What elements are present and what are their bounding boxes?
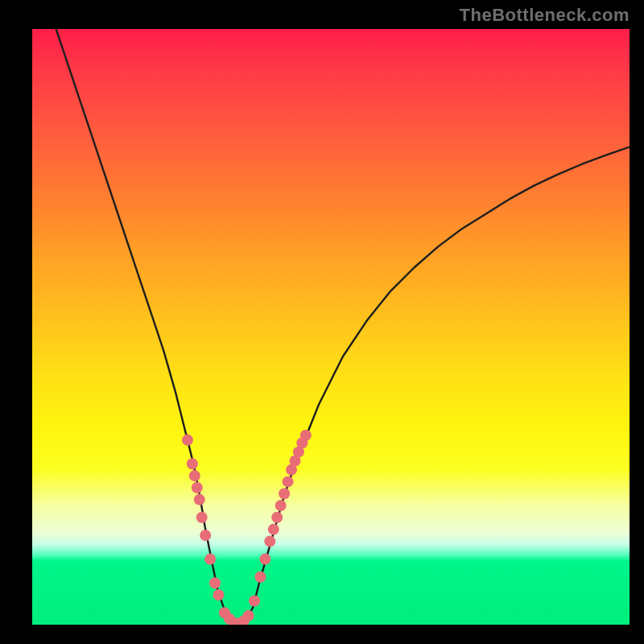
curve-marker	[187, 458, 198, 469]
curve-marker	[264, 535, 275, 547]
watermark-text: TheBottleneck.com	[460, 5, 630, 26]
curve-marker	[254, 572, 266, 583]
curve-marker	[213, 589, 225, 601]
curve-marker	[189, 470, 200, 481]
curve-marker	[182, 435, 193, 446]
curve-marker	[249, 595, 260, 606]
curve-marker	[271, 512, 283, 523]
curve-marker	[192, 482, 203, 493]
curve-marker	[194, 494, 205, 506]
curve-markers	[182, 430, 312, 625]
curve-marker	[204, 554, 216, 565]
bottleneck-curve	[56, 29, 630, 625]
curve-marker	[275, 500, 287, 511]
plot-area	[32, 29, 630, 625]
chart-svg	[32, 29, 630, 625]
curve-marker	[243, 610, 254, 621]
curve-marker	[300, 430, 312, 441]
curve-marker	[279, 488, 290, 499]
curve-marker	[209, 577, 221, 588]
curve-marker	[283, 476, 294, 487]
curve-marker	[196, 512, 208, 523]
curve-marker	[268, 524, 279, 535]
curve-marker	[259, 554, 270, 565]
curve-marker	[200, 530, 211, 541]
chart-frame: TheBottleneck.com	[0, 0, 644, 644]
